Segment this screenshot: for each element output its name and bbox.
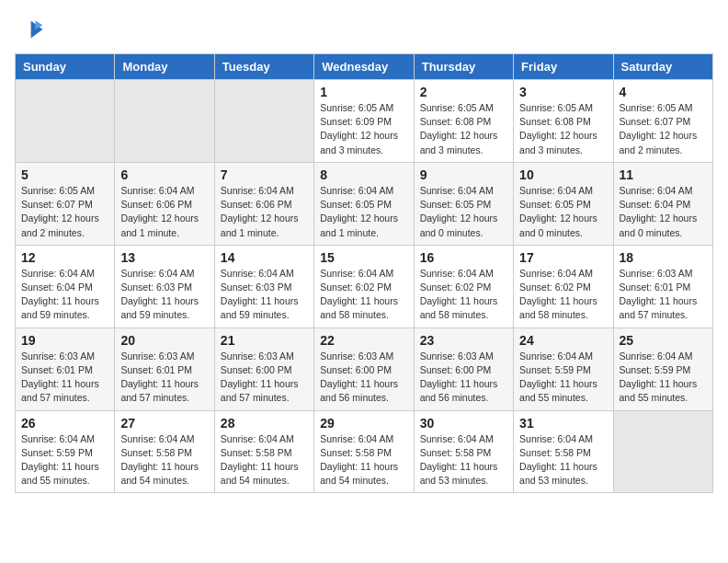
day-info: Sunrise: 6:04 AM Sunset: 5:58 PM Dayligh… [120,432,208,488]
day-number: 8 [320,167,407,182]
day-number: 17 [519,250,607,265]
day-number: 31 [519,416,607,431]
day-info: Sunrise: 6:04 AM Sunset: 6:02 PM Dayligh… [519,267,607,323]
day-info: Sunrise: 6:04 AM Sunset: 6:04 PM Dayligh… [21,267,108,323]
logo [15,15,48,44]
day-number: 23 [420,333,507,348]
calendar-cell: 9Sunrise: 6:04 AM Sunset: 6:05 PM Daylig… [414,162,513,245]
day-info: Sunrise: 6:03 AM Sunset: 6:00 PM Dayligh… [320,350,407,406]
day-number: 12 [21,250,108,265]
calendar-body: 1Sunrise: 6:05 AM Sunset: 6:09 PM Daylig… [16,80,713,493]
calendar-cell: 10Sunrise: 6:04 AM Sunset: 6:05 PM Dayli… [514,162,613,245]
day-number: 7 [221,167,308,182]
weekday-header: Wednesday [314,54,414,80]
day-number: 2 [420,85,507,99]
day-number: 5 [21,167,108,182]
day-number: 15 [320,250,407,265]
day-number: 3 [519,85,607,99]
calendar-cell [16,80,115,163]
day-info: Sunrise: 6:04 AM Sunset: 6:03 PM Dayligh… [221,267,308,323]
day-info: Sunrise: 6:04 AM Sunset: 5:59 PM Dayligh… [21,432,108,488]
day-number: 18 [620,250,707,265]
calendar-cell: 17Sunrise: 6:04 AM Sunset: 6:02 PM Dayli… [514,245,613,327]
calendar-cell [115,80,214,163]
day-info: Sunrise: 6:04 AM Sunset: 6:04 PM Dayligh… [620,184,707,240]
day-number: 25 [620,333,707,348]
calendar-cell: 6Sunrise: 6:04 AM Sunset: 6:06 PM Daylig… [115,162,214,245]
calendar-cell: 21Sunrise: 6:03 AM Sunset: 6:00 PM Dayli… [214,327,313,410]
logo-icon [15,15,44,44]
day-number: 22 [320,333,407,348]
day-info: Sunrise: 6:04 AM Sunset: 5:58 PM Dayligh… [420,432,507,488]
day-number: 24 [519,333,607,348]
calendar-cell: 7Sunrise: 6:04 AM Sunset: 6:06 PM Daylig… [214,162,313,245]
weekday-header: Tuesday [214,54,313,80]
calendar-cell: 1Sunrise: 6:05 AM Sunset: 6:09 PM Daylig… [314,80,414,163]
day-number: 4 [620,85,707,99]
calendar-cell: 13Sunrise: 6:04 AM Sunset: 6:03 PM Dayli… [115,245,214,327]
calendar: SundayMondayTuesdayWednesdayThursdayFrid… [15,53,713,493]
day-number: 19 [21,333,108,348]
day-number: 16 [420,250,507,265]
day-number: 9 [420,167,507,182]
day-info: Sunrise: 6:04 AM Sunset: 6:05 PM Dayligh… [320,184,407,240]
calendar-cell: 3Sunrise: 6:05 AM Sunset: 6:08 PM Daylig… [514,80,613,163]
day-info: Sunrise: 6:05 AM Sunset: 6:08 PM Dayligh… [519,101,607,157]
page-header [15,15,713,44]
day-number: 28 [221,416,308,431]
day-number: 10 [519,167,607,182]
day-number: 27 [120,416,208,431]
day-info: Sunrise: 6:04 AM Sunset: 6:02 PM Dayligh… [420,267,507,323]
calendar-week-row: 5Sunrise: 6:05 AM Sunset: 6:07 PM Daylig… [16,162,713,245]
day-info: Sunrise: 6:03 AM Sunset: 6:01 PM Dayligh… [21,350,108,406]
weekday-header: Sunday [16,54,115,80]
day-info: Sunrise: 6:03 AM Sunset: 6:01 PM Dayligh… [120,350,208,406]
calendar-cell: 11Sunrise: 6:04 AM Sunset: 6:04 PM Dayli… [613,162,712,245]
day-info: Sunrise: 6:03 AM Sunset: 6:00 PM Dayligh… [420,350,507,406]
calendar-cell: 19Sunrise: 6:03 AM Sunset: 6:01 PM Dayli… [16,327,115,410]
calendar-cell [613,410,712,493]
calendar-cell: 29Sunrise: 6:04 AM Sunset: 5:58 PM Dayli… [314,410,414,493]
day-number: 13 [120,250,208,265]
weekday-header: Saturday [613,54,712,80]
calendar-cell: 8Sunrise: 6:04 AM Sunset: 6:05 PM Daylig… [314,162,414,245]
calendar-cell: 24Sunrise: 6:04 AM Sunset: 5:59 PM Dayli… [514,327,613,410]
calendar-cell [214,80,313,163]
day-info: Sunrise: 6:04 AM Sunset: 6:02 PM Dayligh… [320,267,407,323]
calendar-cell: 16Sunrise: 6:04 AM Sunset: 6:02 PM Dayli… [414,245,513,327]
calendar-cell: 22Sunrise: 6:03 AM Sunset: 6:00 PM Dayli… [314,327,414,410]
day-info: Sunrise: 6:05 AM Sunset: 6:09 PM Dayligh… [320,101,407,157]
day-number: 11 [620,167,707,182]
day-number: 6 [120,167,208,182]
calendar-cell: 5Sunrise: 6:05 AM Sunset: 6:07 PM Daylig… [16,162,115,245]
day-info: Sunrise: 6:04 AM Sunset: 5:58 PM Dayligh… [221,432,308,488]
day-number: 26 [21,416,108,431]
day-info: Sunrise: 6:04 AM Sunset: 5:58 PM Dayligh… [519,432,607,488]
day-info: Sunrise: 6:04 AM Sunset: 5:59 PM Dayligh… [620,350,707,406]
day-info: Sunrise: 6:04 AM Sunset: 6:06 PM Dayligh… [221,184,308,240]
weekday-header: Monday [115,54,214,80]
calendar-cell: 25Sunrise: 6:04 AM Sunset: 5:59 PM Dayli… [613,327,712,410]
day-number: 20 [120,333,208,348]
day-info: Sunrise: 6:03 AM Sunset: 6:01 PM Dayligh… [620,267,707,323]
day-info: Sunrise: 6:05 AM Sunset: 6:07 PM Dayligh… [21,184,108,240]
calendar-week-row: 12Sunrise: 6:04 AM Sunset: 6:04 PM Dayli… [16,245,713,327]
calendar-cell: 28Sunrise: 6:04 AM Sunset: 5:58 PM Dayli… [214,410,313,493]
calendar-cell: 14Sunrise: 6:04 AM Sunset: 6:03 PM Dayli… [214,245,313,327]
calendar-cell: 27Sunrise: 6:04 AM Sunset: 5:58 PM Dayli… [115,410,214,493]
weekday-header: Friday [514,54,613,80]
calendar-cell: 18Sunrise: 6:03 AM Sunset: 6:01 PM Dayli… [613,245,712,327]
day-info: Sunrise: 6:04 AM Sunset: 6:05 PM Dayligh… [519,184,607,240]
day-info: Sunrise: 6:04 AM Sunset: 5:59 PM Dayligh… [519,350,607,406]
calendar-cell: 12Sunrise: 6:04 AM Sunset: 6:04 PM Dayli… [16,245,115,327]
calendar-cell: 15Sunrise: 6:04 AM Sunset: 6:02 PM Dayli… [314,245,414,327]
day-info: Sunrise: 6:04 AM Sunset: 6:06 PM Dayligh… [120,184,208,240]
day-number: 30 [420,416,507,431]
day-info: Sunrise: 6:04 AM Sunset: 5:58 PM Dayligh… [320,432,407,488]
day-info: Sunrise: 6:04 AM Sunset: 6:03 PM Dayligh… [120,267,208,323]
calendar-cell: 2Sunrise: 6:05 AM Sunset: 6:08 PM Daylig… [414,80,513,163]
day-number: 14 [221,250,308,265]
calendar-week-row: 26Sunrise: 6:04 AM Sunset: 5:59 PM Dayli… [16,410,713,493]
day-info: Sunrise: 6:04 AM Sunset: 6:05 PM Dayligh… [420,184,507,240]
calendar-week-row: 19Sunrise: 6:03 AM Sunset: 6:01 PM Dayli… [16,327,713,410]
